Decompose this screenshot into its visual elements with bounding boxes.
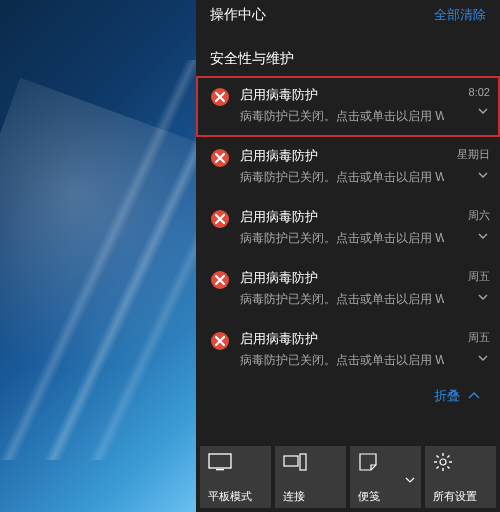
action-center-title: 操作中心 (210, 6, 266, 24)
error-icon (210, 87, 230, 107)
quick-action-all-settings[interactable]: 所有设置 (425, 446, 496, 508)
chevron-down-icon[interactable] (476, 351, 490, 365)
chevron-up-icon (468, 389, 480, 404)
error-icon (210, 270, 230, 290)
notification-time: 8:02 (469, 86, 490, 98)
note-icon (358, 452, 413, 472)
notification-item[interactable]: 启用病毒防护病毒防护已关闭。点击或单击以启用 Win星期日 (196, 137, 500, 198)
notification-desc: 病毒防护已关闭。点击或单击以启用 Win (240, 352, 444, 369)
quick-action-tablet-mode[interactable]: 平板模式 (200, 446, 271, 508)
notification-body: 启用病毒防护病毒防护已关闭。点击或单击以启用 Win (240, 330, 444, 369)
quick-actions-grid: 平板模式 连接 便笺 所有设置 (196, 442, 500, 512)
svg-rect-7 (284, 456, 298, 466)
notification-title: 启用病毒防护 (240, 208, 444, 226)
notification-title: 启用病毒防护 (240, 269, 444, 287)
chevron-down-icon (405, 470, 415, 488)
notification-item[interactable]: 启用病毒防护病毒防护已关闭。点击或单击以启用 Win周五 (196, 259, 500, 320)
svg-line-16 (437, 466, 439, 468)
notification-title: 启用病毒防护 (240, 86, 444, 104)
gear-icon (433, 452, 488, 472)
svg-rect-6 (216, 469, 224, 470)
connect-icon (283, 452, 338, 472)
notification-time: 周六 (468, 208, 490, 223)
notification-body: 启用病毒防护病毒防护已关闭。点击或单击以启用 Win (240, 208, 444, 247)
chevron-down-icon[interactable] (476, 290, 490, 304)
quick-action-label: 平板模式 (208, 489, 263, 504)
desktop-wallpaper (0, 0, 196, 512)
svg-rect-8 (300, 454, 306, 470)
tablet-mode-icon (208, 452, 263, 472)
notification-meta: 周六 (454, 208, 494, 243)
quick-action-label: 便笺 (358, 489, 413, 504)
error-icon (210, 148, 230, 168)
chevron-down-icon[interactable] (476, 104, 490, 118)
notification-time: 周五 (468, 330, 490, 345)
action-center-panel: 操作中心 全部清除 安全性与维护 启用病毒防护病毒防护已关闭。点击或单击以启用 … (196, 0, 500, 512)
collapse-link[interactable]: 折叠 (196, 381, 500, 411)
notification-item[interactable]: 启用病毒防护病毒防护已关闭。点击或单击以启用 Win周五 (196, 320, 500, 381)
notification-body: 启用病毒防护病毒防护已关闭。点击或单击以启用 Win (240, 86, 444, 125)
chevron-down-icon[interactable] (476, 229, 490, 243)
svg-point-9 (440, 459, 446, 465)
section-title-security: 安全性与维护 (196, 34, 500, 76)
notification-list: 启用病毒防护病毒防护已关闭。点击或单击以启用 Win8:02启用病毒防护病毒防护… (196, 76, 500, 381)
svg-rect-5 (209, 454, 231, 468)
notification-meta: 周五 (454, 330, 494, 365)
svg-line-17 (447, 456, 449, 458)
quick-action-connect[interactable]: 连接 (275, 446, 346, 508)
notification-meta: 8:02 (454, 86, 494, 118)
notification-item[interactable]: 启用病毒防护病毒防护已关闭。点击或单击以启用 Win周六 (196, 198, 500, 259)
svg-line-14 (437, 456, 439, 458)
notification-desc: 病毒防护已关闭。点击或单击以启用 Win (240, 108, 444, 125)
notification-desc: 病毒防护已关闭。点击或单击以启用 Win (240, 169, 444, 186)
notification-time: 周五 (468, 269, 490, 284)
notification-body: 启用病毒防护病毒防护已关闭。点击或单击以启用 Win (240, 147, 444, 186)
clear-all-link[interactable]: 全部清除 (434, 6, 486, 24)
chevron-down-icon[interactable] (476, 168, 490, 182)
notification-meta: 星期日 (454, 147, 494, 182)
error-icon (210, 331, 230, 351)
notification-desc: 病毒防护已关闭。点击或单击以启用 Win (240, 291, 444, 308)
notification-time: 星期日 (457, 147, 490, 162)
quick-action-label: 所有设置 (433, 489, 488, 504)
notification-meta: 周五 (454, 269, 494, 304)
notification-title: 启用病毒防护 (240, 330, 444, 348)
svg-line-15 (447, 466, 449, 468)
notification-body: 启用病毒防护病毒防护已关闭。点击或单击以启用 Win (240, 269, 444, 308)
quick-action-label: 连接 (283, 489, 338, 504)
notification-desc: 病毒防护已关闭。点击或单击以启用 Win (240, 230, 444, 247)
notification-item[interactable]: 启用病毒防护病毒防护已关闭。点击或单击以启用 Win8:02 (196, 76, 500, 137)
collapse-label: 折叠 (434, 388, 460, 403)
quick-action-note[interactable]: 便笺 (350, 446, 421, 508)
notification-title: 启用病毒防护 (240, 147, 444, 165)
error-icon (210, 209, 230, 229)
action-center-header: 操作中心 全部清除 (196, 0, 500, 34)
